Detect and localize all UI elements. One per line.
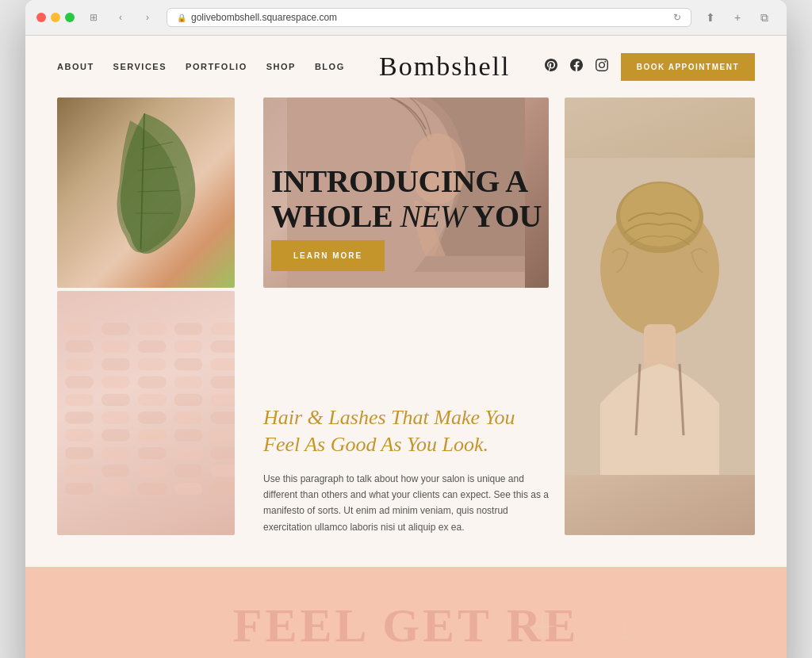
svg-rect-11 [102,341,130,353]
svg-rect-13 [174,341,203,353]
svg-rect-48 [174,465,203,476]
url-text: golivebombshell.squarespace.com [191,12,337,23]
svg-rect-36 [102,430,130,442]
center-content: INTRODUCING A WHOLE NEW YOU LEARN MORE H… [247,98,565,535]
leaf-svg [73,105,216,264]
traffic-lights [36,13,75,22]
nav-item-portfolio[interactable]: PORTFOLIO [186,62,247,71]
hair-silhouette-svg [565,98,755,535]
svg-rect-49 [210,465,235,476]
brand-logo[interactable]: Bombshell [345,52,545,82]
svg-rect-26 [102,394,130,406]
svg-rect-53 [174,483,203,495]
nav-item-about[interactable]: ABOUT [57,62,94,71]
bottom-section: FEEL GET RE [25,567,787,658]
svg-rect-38 [174,430,203,442]
browser-window: ⊞ ‹ › 🔒 golivebombshell.squarespace.com … [25,0,787,658]
svg-rect-41 [102,447,130,459]
svg-rect-42 [138,447,167,459]
browser-controls: ⊞ ‹ › [82,9,159,26]
minimize-button[interactable] [51,13,60,22]
back-button[interactable]: ‹ [109,9,132,26]
content-body: Use this paragraph to talk about how you… [263,471,549,536]
content-section: Hair & Lashes That Make You Feel As Good… [263,398,549,535]
svg-rect-27 [138,394,167,406]
svg-rect-6 [102,323,130,335]
svg-rect-35 [65,430,94,442]
left-images [57,98,247,535]
instagram-icon[interactable] [596,59,608,75]
svg-rect-45 [65,465,94,476]
svg-rect-51 [102,483,130,495]
svg-rect-44 [210,447,235,459]
lock-icon: 🔒 [177,13,186,22]
svg-rect-50 [65,483,94,495]
svg-rect-37 [138,430,167,442]
svg-rect-9 [210,323,235,335]
svg-rect-21 [102,376,130,388]
website: ABOUT SERVICES PORTFOLIO SHOP BLOG Bombs… [25,36,787,658]
hero-headline: INTRODUCING A WHOLE NEW YOU [271,164,549,234]
book-decoration [602,610,649,642]
nav-item-shop[interactable]: SHOP [266,62,296,71]
close-button[interactable] [36,13,46,22]
svg-rect-19 [210,358,235,370]
hero-grid: INTRODUCING A WHOLE NEW YOU LEARN MORE H… [57,98,755,535]
svg-rect-31 [102,411,130,423]
svg-rect-39 [210,430,235,442]
headline-line1: INTRODUCING A [271,163,528,199]
navigation: ABOUT SERVICES PORTFOLIO SHOP BLOG Bombs… [25,36,787,98]
refresh-icon: ↻ [673,12,681,23]
svg-rect-30 [65,411,94,423]
svg-rect-22 [138,376,167,388]
svg-rect-20 [65,376,94,388]
svg-rect-33 [174,411,203,423]
svg-rect-5 [65,323,94,335]
share-button[interactable]: ⬆ [699,9,722,26]
svg-rect-54 [210,483,235,495]
svg-rect-15 [65,358,94,370]
svg-rect-17 [138,358,167,370]
star-decoration [527,610,558,642]
nav-center: Bombshell [345,52,545,82]
svg-rect-23 [174,376,203,388]
pills-svg [57,315,235,500]
svg-rect-40 [65,447,94,459]
svg-rect-24 [210,376,235,388]
leaf-image [57,98,235,288]
svg-rect-28 [174,394,203,406]
forward-button[interactable]: › [136,9,159,26]
svg-rect-47 [138,465,167,476]
browser-chrome: ⊞ ‹ › 🔒 golivebombshell.squarespace.com … [25,0,787,36]
svg-rect-16 [102,358,130,370]
svg-rect-46 [102,465,130,476]
learn-more-button[interactable]: LEARN MORE [271,240,385,271]
svg-rect-7 [138,323,167,335]
svg-rect-12 [138,341,167,353]
hero-section: INTRODUCING A WHOLE NEW YOU LEARN MORE H… [25,98,787,567]
svg-rect-29 [210,394,235,406]
svg-rect-18 [174,358,203,370]
sidebar-toggle[interactable]: ⊞ [82,9,105,26]
pinterest-icon[interactable] [545,59,557,75]
new-tab-button[interactable]: + [726,9,749,26]
nav-item-blog[interactable]: BLOG [315,62,345,71]
facebook-icon[interactable] [570,59,583,75]
nav-item-services[interactable]: SERVICES [113,62,167,71]
svg-rect-32 [138,411,167,423]
headline-overlay: INTRODUCING A WHOLE NEW YOU LEARN MORE [263,164,549,271]
book-appointment-button[interactable]: BOOK APPOINTMENT [621,53,755,81]
tabs-button[interactable]: ⧉ [753,9,776,26]
svg-rect-14 [210,341,235,353]
headline-line2: WHOLE NEW YOU [271,198,542,234]
nav-right: BOOK APPOINTMENT [545,53,755,81]
svg-rect-43 [174,447,203,459]
right-image [565,98,755,535]
svg-rect-52 [138,483,167,495]
content-title: Hair & Lashes That Make You Feel As Good… [263,404,549,458]
svg-rect-25 [65,394,94,406]
svg-rect-8 [174,323,203,335]
address-bar[interactable]: 🔒 golivebombshell.squarespace.com ↻ [167,8,691,27]
browser-actions: ⬆ + ⧉ [699,9,776,26]
maximize-button[interactable] [65,13,75,22]
